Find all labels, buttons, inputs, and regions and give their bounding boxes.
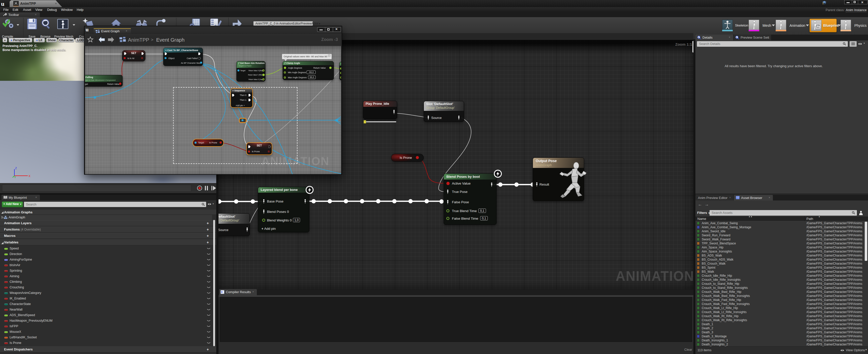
svg-text:Z: Z: [15, 167, 17, 170]
svg-text:X: X: [29, 175, 31, 177]
svg-text:Y: Y: [14, 176, 16, 178]
